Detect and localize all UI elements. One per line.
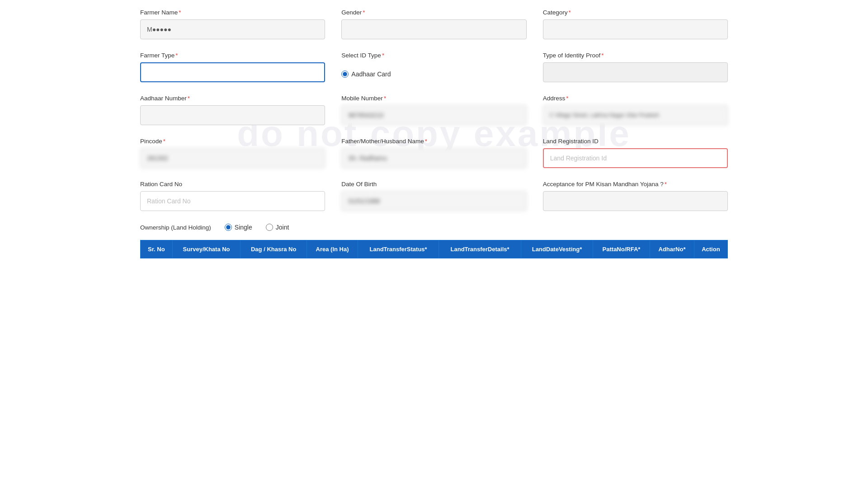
land-table-section: Sr. No Survey/Khata No Dag / Khasra No A… [140, 240, 728, 258]
table-header-patta: PattaNo/RFA* [593, 240, 650, 258]
farmer-type-label: Farmer Type* [140, 52, 325, 59]
father-name-input[interactable] [341, 148, 526, 168]
father-name-group: Father/Mother/Husband Name* [341, 138, 526, 168]
ownership-single-label[interactable]: Single [225, 224, 252, 231]
pmkmy-label: Acceptance for PM Kisan Mandhan Yojana ?… [543, 181, 728, 188]
land-registration-group: Land Registration ID [543, 138, 728, 168]
ownership-joint-radio[interactable] [266, 224, 273, 231]
table-header-adhar: AdharNo* [650, 240, 694, 258]
aadhaar-card-radio[interactable] [341, 70, 349, 78]
ration-card-label: Ration Card No [140, 181, 325, 188]
dob-label: Date Of Birth [341, 181, 526, 188]
aadhaar-card-radio-label[interactable]: Aadhaar Card [341, 70, 391, 78]
aadhaar-card-radio-text: Aadhaar Card [351, 70, 391, 78]
address-input[interactable] [543, 105, 728, 125]
identity-proof-group: Type of Identity Proof* Aadhar Card [543, 52, 728, 82]
id-type-radio-group: Aadhaar Card [341, 62, 526, 82]
ownership-single-radio[interactable] [225, 224, 232, 231]
address-group: Address* [543, 95, 728, 125]
gender-input[interactable]: Female [341, 19, 526, 39]
aadhaar-number-group: Aadhaar Number* 1SnLEOYgaqJQVpoFSowkKQ9S… [140, 95, 325, 125]
gender-label: Gender* [341, 9, 526, 16]
mobile-number-input[interactable] [341, 105, 526, 125]
identity-proof-input[interactable]: Aadhar Card [543, 62, 728, 82]
aadhaar-number-label: Aadhaar Number* [140, 95, 325, 102]
father-name-label: Father/Mother/Husband Name* [341, 138, 526, 145]
aadhaar-number-input[interactable]: 1SnLEOYgaqJQVpoFSowkKQ9S82bdD2u1SGDVyyC [140, 105, 325, 125]
land-registration-label: Land Registration ID [543, 138, 728, 145]
pmkmy-input[interactable]: --Select PMKMY- [543, 191, 728, 211]
ownership-section: Ownership (Land Holding) Single Joint [140, 224, 728, 231]
dob-group: Date Of Birth [341, 181, 526, 211]
mobile-number-label: Mobile Number* [341, 95, 526, 102]
pincode-group: Pincode* [140, 138, 325, 168]
category-label: Category* [543, 9, 728, 16]
farmer-name-label: Farmer Name* [140, 9, 325, 16]
land-registration-input[interactable] [543, 148, 728, 168]
table-header-action: Action [694, 240, 727, 258]
land-table: Sr. No Survey/Khata No Dag / Khasra No A… [140, 240, 728, 258]
ownership-joint-label[interactable]: Joint [266, 224, 289, 231]
table-header-date-vesting: LandDateVesting* [521, 240, 593, 258]
pincode-input[interactable] [140, 148, 325, 168]
farmer-type-group: Farmer Type* Small (1-2Ha) [140, 52, 325, 82]
farmer-type-input[interactable]: Small (1-2Ha) [140, 62, 325, 82]
select-id-type-group: Select ID Type* Aadhaar Card [341, 52, 526, 82]
table-header-dag: Dag / Khasra No [241, 240, 307, 258]
dob-input[interactable] [341, 191, 526, 211]
table-header-sr: Sr. No [141, 240, 173, 258]
category-input[interactable]: SC [543, 19, 728, 39]
select-id-type-label: Select ID Type* [341, 52, 526, 59]
identity-proof-label: Type of Identity Proof* [543, 52, 728, 59]
pmkmy-group: Acceptance for PM Kisan Mandhan Yojana ?… [543, 181, 728, 211]
ownership-single-text: Single [235, 224, 252, 231]
mobile-number-group: Mobile Number* [341, 95, 526, 125]
ration-card-input[interactable] [140, 191, 325, 211]
table-header-transfer-details: LandTransferDetails* [439, 240, 521, 258]
table-header-transfer-status: LandTransferStatus* [358, 240, 439, 258]
address-label: Address* [543, 95, 728, 102]
table-header-area: Area (In Ha) [307, 240, 358, 258]
category-group: Category* SC [543, 9, 728, 39]
farmer-name-input[interactable] [140, 19, 325, 39]
ownership-joint-text: Joint [276, 224, 289, 231]
table-header-survey: Survey/Khata No [172, 240, 241, 258]
farmer-name-group: Farmer Name* [140, 9, 325, 39]
pincode-label: Pincode* [140, 138, 325, 145]
gender-group: Gender* Female [341, 9, 526, 39]
ration-card-group: Ration Card No [140, 181, 325, 211]
ownership-label: Ownership (Land Holding) [140, 224, 211, 231]
